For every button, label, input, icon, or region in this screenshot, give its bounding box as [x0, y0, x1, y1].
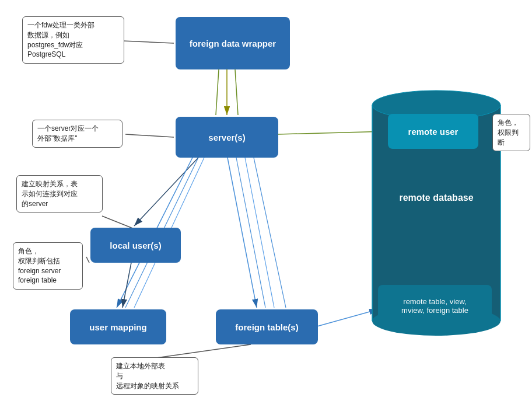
remote-user-node: remote user	[388, 114, 478, 149]
svg-line-23	[125, 134, 174, 137]
remote-perms-callout: 角色，权限判断	[492, 114, 530, 151]
servers-node: server(s)	[176, 117, 278, 158]
svg-line-19	[123, 263, 131, 308]
svg-line-8	[216, 69, 219, 115]
remote-table-box: remote table, view,mview, foreign table	[378, 285, 492, 327]
svg-line-9	[235, 69, 238, 115]
svg-line-18	[254, 158, 286, 308]
fdw-callout: 一个fdw处理一类外部数据源，例如postgres_fdw对应PostgreSQ…	[22, 16, 124, 64]
svg-line-22	[123, 41, 174, 43]
perms-callout: 角色，权限判断包括foreign serverforeign table	[13, 242, 83, 290]
local-users-node: local user(s)	[90, 228, 181, 263]
remote-db-label: remote database	[366, 193, 506, 203]
svg-line-11	[134, 158, 198, 226]
bottom-callout: 建立本地外部表与远程对象的映射关系	[111, 357, 198, 395]
server-callout: 一个server对应一个外部"数据库"	[32, 120, 123, 148]
svg-line-15	[228, 158, 257, 308]
svg-line-17	[245, 158, 274, 308]
svg-line-16	[236, 158, 265, 308]
svg-line-25	[86, 257, 89, 263]
foreign-tables-node: foreign table(s)	[216, 309, 318, 344]
fdw-node: foreign data wrapper	[176, 17, 290, 69]
svg-line-27	[156, 344, 251, 358]
user-mapping-node: user mapping	[70, 309, 166, 344]
mapping-callout: 建立映射关系，表示如何连接到对应的server	[16, 175, 103, 213]
